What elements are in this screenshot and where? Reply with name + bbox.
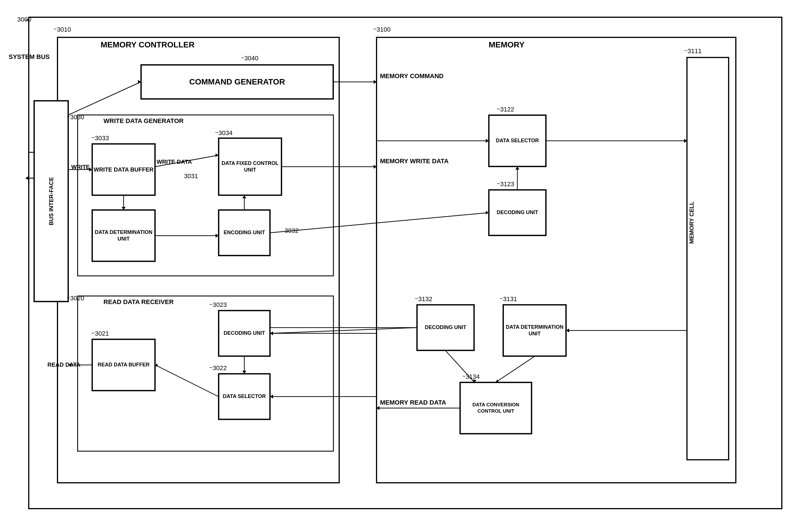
- ref-3040: 3040: [244, 54, 258, 62]
- ref-3010: 3010: [57, 26, 71, 33]
- ref-3031: 3031: [184, 173, 198, 180]
- data-determination-unit-block: DATA DETERMINATION UNIT: [92, 210, 155, 262]
- data-conversion-control-block: DATA CONVERSION CONTROL UNIT: [460, 382, 532, 434]
- bus-interface-block: BUS INTER-FACE: [34, 100, 68, 302]
- ref-3032: 3032: [285, 227, 299, 234]
- ref-3134: 3134: [466, 373, 480, 381]
- decoding-unit-read-block: DECODING UNIT: [219, 310, 270, 356]
- svg-line-50: [496, 356, 535, 382]
- svg-rect-2: [377, 37, 736, 483]
- memory-command-label: MEMORY COMMAND: [380, 72, 444, 80]
- ref-3111: 3111: [687, 47, 702, 55]
- memory-controller-label: MEMORY CONTROLLER: [100, 40, 195, 49]
- ref-3021: 3021: [95, 330, 109, 337]
- data-selector-read-block: DATA SELECTOR: [219, 373, 270, 420]
- ref-3123: 3123: [500, 180, 514, 188]
- decoding-unit-3132-block: DECODING UNIT: [417, 304, 474, 350]
- system-bus-label: SYSTEM BUS: [8, 53, 31, 61]
- data-determination-mem-block: DATA DETERMINATION UNIT: [503, 304, 566, 356]
- read-data-buffer-block: READ DATA BUFFER: [92, 339, 155, 391]
- ref-3023: 3023: [213, 301, 227, 309]
- svg-line-63: [155, 365, 219, 397]
- data-fixed-control-unit-block: DATA FIXED CONTROL UNIT: [219, 138, 282, 196]
- ref-3131: 3131: [503, 295, 517, 303]
- write-data-generator-label: WRITE DATA GENERATOR: [104, 117, 184, 125]
- read-data-label: READ DATA: [47, 362, 81, 368]
- data-selector-mem-block: DATA SELECTOR: [489, 115, 546, 167]
- svg-marker-23: [25, 176, 29, 180]
- svg-rect-3: [687, 58, 729, 460]
- memory-read-data-label: MEMORY READ DATA: [380, 399, 446, 406]
- ref-3034: 3034: [219, 129, 232, 137]
- ref-3100: 3100: [377, 26, 391, 33]
- memory-cell-label: MEMORY CELL: [689, 187, 695, 258]
- read-data-receiver-label: READ DATA RECEIVER: [104, 298, 174, 306]
- ref-3022: 3022: [213, 364, 227, 372]
- write-data2-label: WRITE DATA: [157, 159, 192, 165]
- ref-3020: 3020: [70, 295, 84, 302]
- diagram-container: 3000 ~ 3010 ~ MEMORY CONTROLLER 3040 ~ 3…: [0, 0, 812, 521]
- ref-3122: 3122: [500, 106, 514, 113]
- command-generator-block: COMMAND GENERATOR: [141, 65, 333, 99]
- ref-3033: 3033: [95, 135, 109, 142]
- decoding-unit-mem-block: DECODING UNIT: [489, 190, 546, 236]
- ref-3132: 3132: [418, 295, 432, 303]
- memory-write-data-label: MEMORY WRITE DATA: [380, 157, 449, 165]
- encoding-unit-block: ENCODING UNIT: [219, 210, 270, 256]
- ref-3030: 3030: [70, 114, 84, 121]
- svg-line-67: [270, 327, 417, 333]
- write-data-buffer-block: WRITE DATA BUFFER: [92, 144, 155, 196]
- memory-label: MEMORY: [489, 40, 524, 49]
- svg-line-38: [270, 213, 489, 233]
- svg-line-24: [68, 82, 141, 115]
